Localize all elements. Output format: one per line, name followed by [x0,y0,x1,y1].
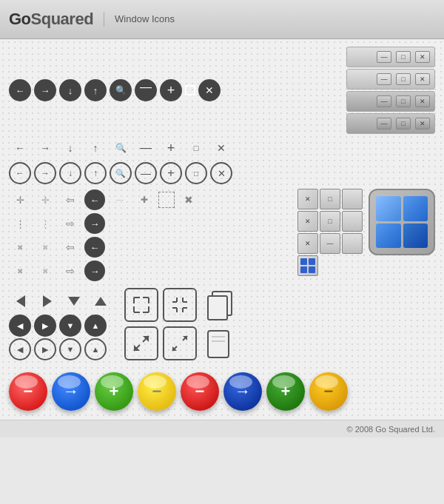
minimize-btn-2[interactable]: — [377,73,391,85]
icon-minimize-dark[interactable]: — [135,79,157,101]
icon-scatter-sm-3[interactable]: ✖ [9,260,31,282]
bubble-darkyellow-minus[interactable]: − [309,372,348,411]
icon-back-plain[interactable]: ← [9,137,31,159]
icon-plus-plain[interactable]: + [160,137,182,159]
win-cell-close-2[interactable]: ✕ [297,211,318,232]
icon-back-outline[interactable]: ← [9,162,31,184]
icon-close-plain[interactable]: ✕ [210,137,232,159]
icon-down-outline[interactable]: ▼ [59,338,81,360]
close-btn-4[interactable]: ✕ [415,118,430,130]
minimize-btn-3[interactable]: — [377,95,391,107]
icon-plus-dark[interactable]: + [160,79,182,101]
restore-btn-4[interactable]: □ [396,118,411,130]
icon-forward-dark[interactable]: → [34,79,56,101]
icon-compress-in[interactable] [163,288,197,322]
bubble-yellow-minus[interactable]: − [138,372,176,411]
icon-move-cross-2[interactable]: ✛ [34,189,56,211]
minimize-btn-1[interactable]: — [377,51,391,63]
icon-search-outline[interactable]: 🔍 [110,162,132,184]
win-cell-empty-3 [342,233,363,254]
dark-icon-row-1: ← → ↓ ↑ 🔍 — + ✕ — □ ✕ — □ ✕ [9,47,435,134]
icon-arrow-left-outline[interactable]: ⇦ [59,189,81,211]
icon-copy-pages[interactable] [201,288,235,323]
restore-btn-3[interactable]: □ [396,95,411,107]
bubble-darkred-minus[interactable]: − [181,372,219,411]
close-btn-1[interactable]: ✕ [415,51,430,63]
icon-dots-1[interactable]: ⋯ [108,189,130,211]
icon-cross-dotted-1[interactable]: ✚ [133,189,155,211]
icon-down-outline[interactable]: ↓ [59,162,81,184]
icon-minimize-plain[interactable]: — [135,137,157,159]
icon-arrow-left-outline-2[interactable]: ⇦ [59,236,81,258]
icon-forward-outline[interactable]: → [34,162,56,184]
icon-up-outline[interactable]: ↑ [84,162,107,184]
icon-tri-up-plain[interactable] [89,289,112,313]
icon-expand-out[interactable] [124,288,158,322]
bubble-red-minus[interactable]: − [9,372,47,411]
icon-prev-dark[interactable]: ◀ [9,315,31,337]
icon-arrow-right-outline-2[interactable]: ⇨ [59,260,81,282]
icon-move-cross-1[interactable]: ✛ [9,189,31,211]
icon-down-tri-dark[interactable]: ▼ [59,315,81,337]
icon-up-dark[interactable]: ↑ [84,79,107,101]
icon-play-outline[interactable]: ▶ [34,338,56,360]
icon-restore-outline[interactable]: □ [185,162,207,184]
icon-up-outline[interactable]: ▲ [84,338,107,360]
icon-down-dark[interactable]: ↓ [59,79,81,101]
icon-single-page[interactable] [201,326,235,362]
icon-scatter-sm-4[interactable]: ✖ [34,260,56,282]
move-row-3: ✖ ✖ ⇦ ← [9,236,200,258]
icon-forward-circle-2[interactable]: → [84,261,105,281]
icon-search-dark[interactable]: 🔍 [110,79,132,101]
win-cell-minimize-1[interactable]: — [320,233,340,254]
icon-forward-plain[interactable]: → [34,137,56,159]
icon-down-plain[interactable]: ↓ [59,137,81,159]
icon-compress-diag[interactable] [163,326,197,360]
icon-cross-dotted-2[interactable]: ⋮ [9,212,31,235]
icon-back-dark[interactable]: ← [9,79,31,101]
icon-back-circle[interactable]: ← [84,189,105,210]
win-cell-close-3[interactable]: ✕ [297,233,318,254]
icon-up-plain[interactable]: ↑ [84,137,107,159]
icon-restore-dark[interactable] [185,85,195,95]
close-btn-2[interactable]: ✕ [415,73,430,85]
minimize-btn-4[interactable]: — [377,118,391,130]
bubble-blue-arrow[interactable]: → [52,372,90,411]
win-cell-close-1[interactable]: ✕ [297,189,318,209]
icon-up-tri-dark[interactable]: ▲ [84,315,107,337]
win-cell-empty-2 [342,211,363,232]
icon-minimize-outline[interactable]: — [135,162,157,184]
move-row-4: ✖ ✖ ⇨ → [9,260,200,282]
restore-btn-1[interactable]: □ [396,51,411,63]
win-cell-restore-2[interactable]: □ [320,211,340,232]
icon-restore-plain[interactable]: □ [185,137,207,159]
icon-tri-down-plain[interactable] [62,289,86,313]
bubble-darkblue-arrow[interactable]: → [223,372,262,411]
icon-scatter-sm-2[interactable]: ✖ [34,236,56,258]
icon-scatter-1[interactable]: ✖ [178,189,200,211]
icon-close-dark[interactable]: ✕ [198,79,221,101]
icon-search-plain[interactable]: 🔍 [110,137,132,159]
bubble-green-plus[interactable]: + [95,372,133,411]
win-quadrant-br [403,224,428,249]
icon-prev-outline[interactable]: ◀ [9,338,31,360]
bubble-darkgreen-plus[interactable]: + [266,372,305,411]
win-btn-row-3: — □ ✕ [346,91,435,112]
close-btn-3[interactable]: ✕ [415,95,430,107]
icon-plus-outline[interactable]: + [160,162,182,184]
restore-btn-2[interactable]: □ [396,73,411,85]
icon-close-outline[interactable]: ✕ [210,162,232,184]
icon-back-circle-2[interactable]: ← [84,237,105,258]
icon-scatter-sm-1[interactable]: ✖ [9,236,31,258]
icon-tri-right-plain[interactable] [36,289,59,313]
copyright-text: © 2008 Go Squared Ltd. [347,425,435,434]
icon-tri-left-plain[interactable] [9,289,33,313]
win-cell-restore-1[interactable]: □ [320,189,340,209]
icon-arrow-right-outline[interactable]: ⇨ [59,212,81,235]
icon-expand-diag[interactable] [124,326,158,360]
icon-cross-dotted-3[interactable]: ⋮ [34,212,56,235]
icon-play-dark[interactable]: ▶ [34,315,56,337]
win-quadrant-tr [403,196,428,221]
icon-dashed-box-1[interactable] [158,192,175,208]
icon-forward-circle[interactable]: → [84,213,105,234]
